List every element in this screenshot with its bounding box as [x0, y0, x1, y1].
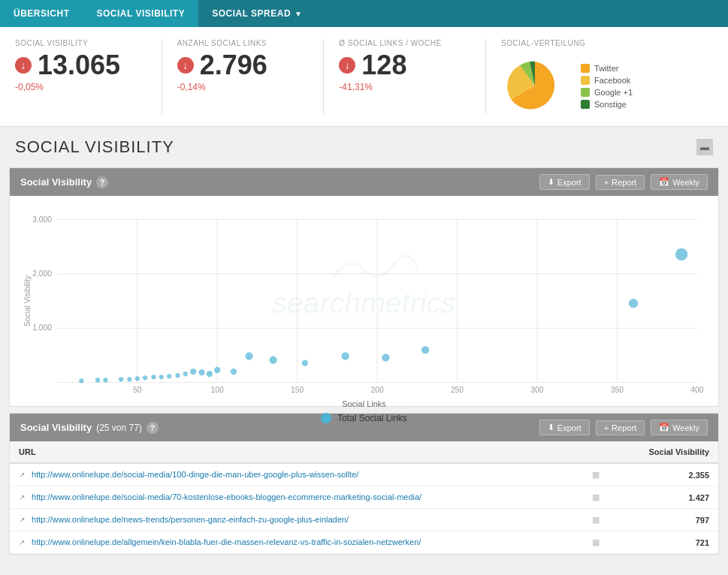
trend-down-icon-3: ↓ [339, 57, 355, 74]
col-social-visibility: Social Visibility [609, 441, 718, 463]
table-row: ↗ http://www.onlinelupe.de/social-media/… [10, 486, 718, 509]
table-row: ↗ http://www.onlinelupe.de/news-trends/p… [10, 509, 718, 531]
table-panel: Social Visibility (25 von 77) ? ⬇ Export… [9, 413, 719, 555]
external-link-icon: ↗ [19, 471, 25, 479]
table-export-label: Export [557, 423, 581, 432]
table-cell-value: 797 [609, 509, 718, 531]
dot-3 [421, 346, 429, 354]
legend-dot-twitter [581, 64, 590, 73]
table-row-icon: ▦ [592, 537, 600, 547]
table-calendar-icon: 📅 [659, 423, 669, 432]
report-icon: + [604, 178, 609, 187]
scatter-chart-panel: Social Visibility ? ⬇ Export + Report 📅 … [9, 167, 719, 407]
dot-8 [245, 352, 252, 360]
dropdown-arrow-icon: ▼ [295, 10, 302, 18]
stat-label-pie: SOCIAL-VERTEILUNG [501, 39, 698, 47]
dot-1 [675, 248, 688, 261]
data-table: URL Social Visibility ↗ http://www.onlin… [10, 441, 718, 554]
dot-18 [151, 375, 156, 379]
table-weekly-label: Weekly [672, 423, 699, 432]
dot-22 [119, 377, 123, 381]
legend-label-sonstige: Sonstige [594, 100, 627, 109]
stat-social-verteilung: SOCIAL-VERTEILUNG Twitter [501, 39, 713, 114]
dot-11 [207, 371, 213, 377]
stat-change-1: -0,05% [15, 82, 147, 92]
nav-social-spread[interactable]: SOCIAL SPREAD ▼ [198, 0, 316, 27]
x-axis-label: Social Links [22, 399, 706, 408]
legend-circle-icon [321, 413, 331, 423]
collapse-button[interactable]: ▬ [696, 139, 713, 155]
table-report-icon: + [604, 423, 609, 432]
chart-title-text: Social Visibility [20, 176, 92, 188]
section-title: SOCIAL VISIBILITY [15, 137, 174, 157]
x-tick-400: 400 [690, 386, 703, 394]
dot-13 [190, 369, 196, 375]
url-link[interactable]: http://www.onlinelupe.de/news-trends/per… [32, 515, 349, 524]
chart-panel-title: Social Visibility ? [20, 176, 108, 188]
dot-9 [231, 369, 237, 375]
stats-row: SOCIAL VISIBILITY ↓ 13.065 -0,05% ANZAHL… [0, 27, 728, 127]
chart-help-icon[interactable]: ? [96, 176, 108, 188]
stat-label-1: SOCIAL VISIBILITY [15, 39, 147, 47]
export-button[interactable]: ⬇ Export [539, 174, 590, 190]
legend-twitter: Twitter [581, 64, 633, 73]
table-row-icon: ▦ [592, 492, 600, 502]
table-cell-value: 1.427 [609, 486, 718, 509]
export-label: Export [557, 178, 581, 187]
table-row: ↗ http://www.onlinelupe.de/social-media/… [10, 463, 718, 486]
external-link-icon: ↗ [19, 538, 25, 546]
url-link[interactable]: http://www.onlinelupe.de/social-media/70… [32, 492, 421, 501]
scatter-chart-svg: 3.000 2.000 1.000 Social Visibility 50 1… [22, 208, 706, 394]
table-header-row: URL Social Visibility [10, 441, 718, 463]
url-link[interactable]: http://www.onlinelupe.de/allgemein/kein-… [32, 537, 421, 546]
table-row-icon: ▦ [592, 470, 600, 480]
chart-panel-actions: ⬇ Export + Report 📅 Weekly [539, 174, 708, 190]
stat-social-links-week: Ø SOCIAL LINKS / WOCHE ↓ 128 -41,31% [339, 39, 486, 114]
legend-label-google: Google +1 [594, 88, 633, 97]
trend-down-icon-2: ↓ [177, 57, 194, 74]
dot-16 [167, 374, 171, 378]
dot-4 [382, 354, 389, 361]
x-tick-200: 200 [370, 386, 383, 394]
dot-24 [95, 378, 100, 382]
export-icon: ⬇ [548, 177, 554, 187]
x-tick-300: 300 [530, 386, 543, 394]
stat-number-3: 128 [361, 52, 406, 79]
nav-ubersicht[interactable]: ÜBERSICHT [0, 0, 83, 27]
stat-change-3: -41,31% [339, 82, 470, 92]
legend-sonstige: Sonstige [581, 100, 633, 109]
dot-7 [269, 356, 276, 363]
x-tick-50: 50 [133, 386, 142, 394]
table-cell-url: ↗ http://www.onlinelupe.de/news-trends/p… [10, 509, 609, 531]
table-row-icon: ▦ [592, 515, 600, 525]
dot-25 [79, 378, 83, 383]
table-row: ↗ http://www.onlinelupe.de/allgemein/kei… [10, 531, 718, 554]
url-link[interactable]: http://www.onlinelupe.de/social-media/10… [32, 470, 358, 479]
stat-social-links: ANZAHL SOCIAL LINKS ↓ 2.796 -0,14% [177, 39, 325, 114]
table-cell-value: 721 [609, 531, 718, 554]
chart-area: 3.000 2.000 1.000 Social Visibility 50 1… [10, 196, 718, 406]
external-link-icon: ↗ [19, 516, 25, 524]
stat-label-2: ANZAHL SOCIAL LINKS [177, 39, 309, 47]
table-title-text: Social Visibility [20, 422, 92, 433]
legend-facebook: Facebook [581, 76, 633, 85]
trend-down-icon-1: ↓ [15, 57, 32, 74]
legend-dot-google [581, 88, 590, 97]
table-cell-url: ↗ http://www.onlinelupe.de/social-media/… [10, 486, 609, 509]
dot-15 [175, 373, 180, 378]
legend-dot-sonstige [581, 100, 590, 109]
stat-number-1: 13.065 [38, 52, 120, 79]
dot-23 [103, 378, 107, 382]
dot-5 [342, 352, 349, 360]
table-cell-url: ↗ http://www.onlinelupe.de/social-media/… [10, 463, 609, 486]
legend-dot-facebook [581, 76, 590, 85]
external-link-icon: ↗ [19, 493, 25, 501]
report-button[interactable]: + Report [596, 175, 645, 190]
chart-panel-header: Social Visibility ? ⬇ Export + Report 📅 … [10, 168, 718, 196]
pie-legend: Twitter Facebook Google +1 Sonstige [581, 64, 633, 109]
weekly-button[interactable]: 📅 Weekly [651, 174, 708, 190]
y-axis-label: Social Visibility [23, 275, 32, 327]
dot-17 [159, 375, 164, 379]
dot-20 [135, 376, 140, 381]
nav-social-visibility[interactable]: SOCIAL VISIBILITY [83, 0, 199, 27]
